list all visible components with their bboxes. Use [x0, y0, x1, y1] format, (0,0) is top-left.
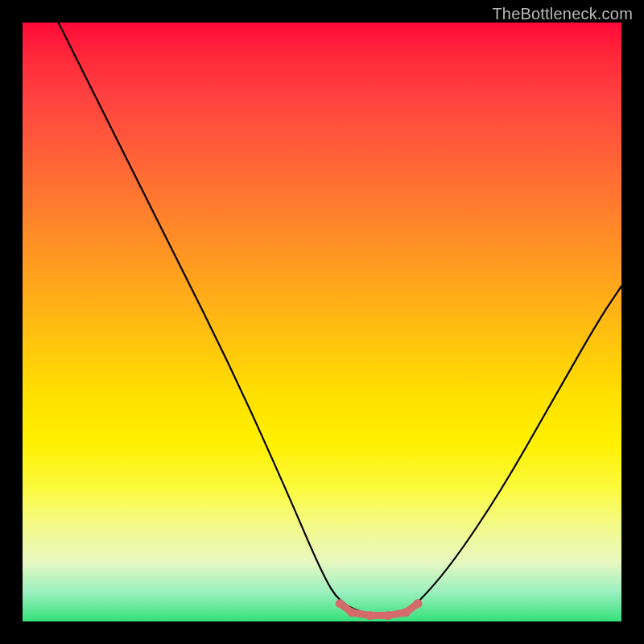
marker-dot — [402, 608, 411, 617]
chart-frame: TheBottleneck.com — [0, 0, 644, 644]
marker-dot — [336, 599, 345, 608]
marker-dot — [348, 608, 357, 617]
marker-dot — [365, 611, 374, 620]
marker-dot — [414, 599, 423, 608]
main-curve — [59, 23, 621, 616]
marker-dot — [383, 611, 392, 620]
chart-svg — [23, 23, 621, 621]
watermark-text: TheBottleneck.com — [492, 5, 633, 23]
plot-area — [23, 23, 621, 621]
